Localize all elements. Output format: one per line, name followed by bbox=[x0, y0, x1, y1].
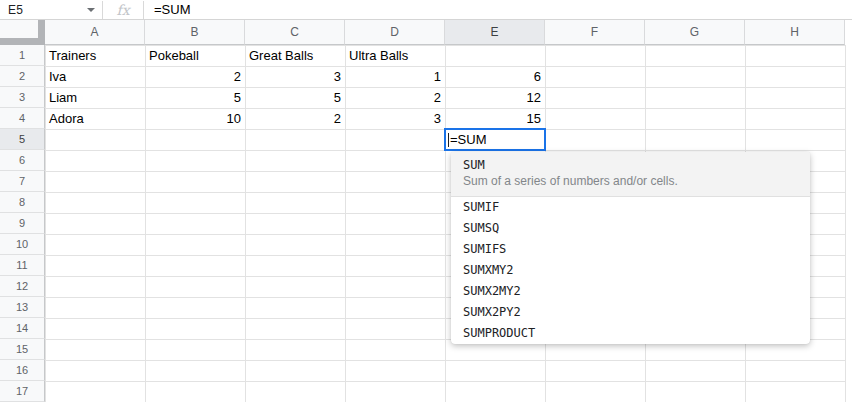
cell-E2[interactable]: 6 bbox=[445, 66, 545, 87]
fx-icon: fx bbox=[116, 2, 129, 18]
row-header-17[interactable]: 17 bbox=[0, 381, 45, 402]
fx-box: fx bbox=[103, 0, 143, 19]
cell-B2[interactable]: 2 bbox=[145, 66, 245, 87]
function-name: SUM bbox=[463, 157, 798, 173]
row-headers: 1234567891011121314151617 bbox=[0, 45, 45, 402]
autocomplete-item-sumifs[interactable]: SUMIFS bbox=[451, 239, 810, 260]
cell-D3[interactable]: 2 bbox=[345, 87, 445, 108]
column-header-A[interactable]: A bbox=[45, 20, 145, 45]
cell-C1[interactable]: Great Balls bbox=[245, 45, 345, 66]
cell-E4[interactable]: 15 bbox=[445, 108, 545, 129]
function-description: Sum of a series of numbers and/or cells. bbox=[463, 173, 798, 190]
formula-bar: E5 fx =SUM bbox=[0, 0, 852, 20]
cell-A2[interactable]: Iva bbox=[45, 66, 145, 87]
column-header-E[interactable]: E bbox=[445, 20, 545, 45]
autocomplete-item-sumx2my2[interactable]: SUMX2MY2 bbox=[451, 281, 810, 302]
cell-E3[interactable]: 12 bbox=[445, 87, 545, 108]
autocomplete-item-sumsq[interactable]: SUMSQ bbox=[451, 218, 810, 239]
row-header-13[interactable]: 13 bbox=[0, 297, 45, 318]
row-header-8[interactable]: 8 bbox=[0, 192, 45, 213]
cell-A3[interactable]: Liam bbox=[45, 87, 145, 108]
formula-input[interactable]: =SUM bbox=[144, 0, 852, 19]
column-header-F[interactable]: F bbox=[545, 20, 645, 45]
cell-D1[interactable]: Ultra Balls bbox=[345, 45, 445, 66]
cell-B4[interactable]: 10 bbox=[145, 108, 245, 129]
cell-A4[interactable]: Adora bbox=[45, 108, 145, 129]
active-cell-text: =SUM bbox=[450, 132, 486, 147]
cell-reference: E5 bbox=[8, 3, 23, 17]
row-header-4[interactable]: 4 bbox=[0, 108, 45, 129]
column-header-C[interactable]: C bbox=[245, 20, 345, 45]
name-box[interactable]: E5 bbox=[0, 0, 102, 19]
cell-C3[interactable]: 5 bbox=[245, 87, 345, 108]
row-header-14[interactable]: 14 bbox=[0, 318, 45, 339]
row-header-3[interactable]: 3 bbox=[0, 87, 45, 108]
column-headers: ABCDEFGH bbox=[0, 20, 852, 45]
active-cell-editor[interactable]: =SUM bbox=[444, 128, 546, 151]
row-header-7[interactable]: 7 bbox=[0, 171, 45, 192]
row-header-5[interactable]: 5 bbox=[0, 129, 45, 150]
chevron-down-icon[interactable] bbox=[87, 8, 95, 12]
row-header-12[interactable]: 12 bbox=[0, 276, 45, 297]
cell-C2[interactable]: 3 bbox=[245, 66, 345, 87]
column-header-G[interactable]: G bbox=[645, 20, 745, 45]
row-header-9[interactable]: 9 bbox=[0, 213, 45, 234]
cell-D4[interactable]: 3 bbox=[345, 108, 445, 129]
cell-D2[interactable]: 1 bbox=[345, 66, 445, 87]
row-header-10[interactable]: 10 bbox=[0, 234, 45, 255]
cell-A1[interactable]: Trainers bbox=[45, 45, 145, 66]
column-header-B[interactable]: B bbox=[145, 20, 245, 45]
function-autocomplete: SUM Sum of a series of numbers and/or ce… bbox=[451, 152, 810, 344]
cell-B1[interactable]: Pokeball bbox=[145, 45, 245, 66]
row-header-1[interactable]: 1 bbox=[0, 45, 45, 66]
autocomplete-item-sumif[interactable]: SUMIF bbox=[451, 197, 810, 218]
row-header-2[interactable]: 2 bbox=[0, 66, 45, 87]
autocomplete-item-sumproduct[interactable]: SUMPRODUCT bbox=[451, 323, 810, 344]
row-header-11[interactable]: 11 bbox=[0, 255, 45, 276]
row-header-15[interactable]: 15 bbox=[0, 339, 45, 360]
cell-B3[interactable]: 5 bbox=[145, 87, 245, 108]
autocomplete-list: SUMIFSUMSQSUMIFSSUMXMY2SUMX2MY2SUMX2PY2S… bbox=[451, 197, 810, 344]
row-header-16[interactable]: 16 bbox=[0, 360, 45, 381]
autocomplete-selected-item[interactable]: SUM Sum of a series of numbers and/or ce… bbox=[451, 152, 810, 197]
column-header-H[interactable]: H bbox=[745, 20, 845, 45]
column-header-D[interactable]: D bbox=[345, 20, 445, 45]
autocomplete-item-sumxmy2[interactable]: SUMXMY2 bbox=[451, 260, 810, 281]
autocomplete-item-sumx2py2[interactable]: SUMX2PY2 bbox=[451, 302, 810, 323]
spreadsheet-app: E5 fx =SUM ABCDEFGH 12345678910111213141… bbox=[0, 0, 852, 402]
row-header-6[interactable]: 6 bbox=[0, 150, 45, 171]
text-caret bbox=[448, 133, 449, 147]
cell-C4[interactable]: 2 bbox=[245, 108, 345, 129]
